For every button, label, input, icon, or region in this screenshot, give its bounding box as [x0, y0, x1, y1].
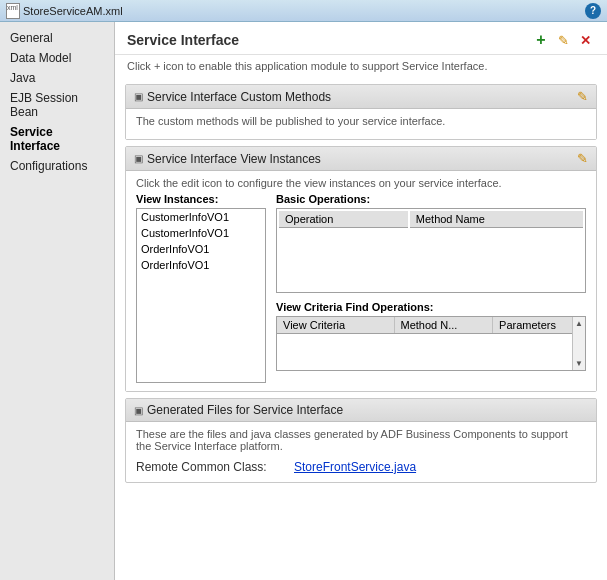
vc-col-view-criteria: View Criteria	[277, 317, 394, 334]
instances-label: View Instances:	[136, 193, 266, 205]
main-layout: General Data Model Java EJB Session Bean…	[0, 22, 607, 580]
title-bar-label: StoreServiceAM.xml	[23, 5, 123, 17]
view-instances-description: Click the edit icon to configure the vie…	[136, 177, 586, 189]
view-instances-header[interactable]: ▣ Service Interface View Instances ✎	[126, 147, 596, 171]
sidebar: General Data Model Java EJB Session Bean…	[0, 22, 115, 580]
sidebar-item-java[interactable]: Java	[0, 68, 114, 88]
custom-methods-content: The custom methods will be published to …	[126, 109, 596, 139]
collapse-icon-gf: ▣	[134, 405, 143, 416]
generated-files-header[interactable]: ▣ Generated Files for Service Interface	[126, 399, 596, 422]
custom-methods-edit-icon[interactable]: ✎	[577, 89, 588, 104]
custom-methods-description: The custom methods will be published to …	[136, 115, 586, 127]
sidebar-item-general[interactable]: General	[0, 28, 114, 48]
generated-files-title: Generated Files for Service Interface	[147, 403, 343, 417]
basic-ops-col-operation: Operation	[279, 211, 408, 228]
remote-class-label: Remote Common Class:	[136, 460, 286, 474]
generated-files-content: These are the files and java classes gen…	[126, 422, 596, 482]
instances-list[interactable]: CustomerInfoVO1 CustomerInfoVO1 OrderInf…	[136, 208, 266, 383]
generated-files-section: ▣ Generated Files for Service Interface …	[125, 398, 597, 483]
content-header: Service Interface + ✎ ✕	[115, 22, 607, 55]
custom-methods-title: Service Interface Custom Methods	[147, 90, 331, 104]
operations-panel: Basic Operations: Operation Method Name	[276, 193, 586, 383]
page-title: Service Interface	[127, 32, 239, 48]
view-criteria-section: View Criteria Find Operations: View Crit…	[276, 301, 586, 371]
edit-button[interactable]: ✎	[553, 30, 573, 50]
add-button[interactable]: +	[531, 30, 551, 50]
collapse-icon: ▣	[134, 91, 143, 102]
sidebar-item-service-interface[interactable]: Service Interface	[0, 122, 114, 156]
instances-panel: View Instances: CustomerInfoVO1 Customer…	[136, 193, 266, 383]
generated-files-description: These are the files and java classes gen…	[136, 428, 586, 452]
list-item[interactable]: OrderInfoVO1	[137, 241, 265, 257]
vertical-scrollbar[interactable]: ▲ ▼	[572, 317, 585, 370]
scroll-down-icon[interactable]: ▼	[573, 357, 585, 370]
view-instances-section: ▣ Service Interface View Instances ✎ Cli…	[125, 146, 597, 392]
content-area: Service Interface + ✎ ✕ Click + icon to …	[115, 22, 607, 580]
header-icons: + ✎ ✕	[531, 30, 595, 50]
view-instances-title: Service Interface View Instances	[147, 152, 321, 166]
vc-col-method-name: Method N...	[394, 317, 493, 334]
file-icon: xml	[6, 3, 20, 19]
basic-ops-label: Basic Operations:	[276, 193, 586, 205]
view-instances-area: View Instances: CustomerInfoVO1 Customer…	[136, 193, 586, 383]
delete-button[interactable]: ✕	[575, 30, 595, 50]
view-instances-edit-icon[interactable]: ✎	[577, 151, 588, 166]
content-description: Click + icon to enable this application …	[115, 55, 607, 80]
title-bar: xml StoreServiceAM.xml ?	[0, 0, 607, 22]
basic-ops-col-method-name: Method Name	[410, 211, 583, 228]
vc-table-wrapper: View Criteria Method N... Parameters ▲ ▼	[276, 316, 586, 371]
custom-methods-section: ▣ Service Interface Custom Methods ✎ The…	[125, 84, 597, 140]
basic-ops-table: Operation Method Name	[276, 208, 586, 293]
remote-class-row: Remote Common Class: StoreFrontService.j…	[136, 460, 586, 474]
list-item[interactable]: CustomerInfoVO1	[137, 209, 265, 225]
sidebar-item-configurations[interactable]: Configurations	[0, 156, 114, 176]
help-icon[interactable]: ?	[585, 3, 601, 19]
sidebar-item-data-model[interactable]: Data Model	[0, 48, 114, 68]
scroll-up-icon[interactable]: ▲	[573, 317, 585, 330]
view-instances-content: Click the edit icon to configure the vie…	[126, 171, 596, 391]
custom-methods-header[interactable]: ▣ Service Interface Custom Methods ✎	[126, 85, 596, 109]
vc-table: View Criteria Method N... Parameters	[277, 317, 585, 334]
list-item[interactable]: CustomerInfoVO1	[137, 225, 265, 241]
remote-class-link[interactable]: StoreFrontService.java	[294, 460, 416, 474]
vc-label: View Criteria Find Operations:	[276, 301, 586, 313]
collapse-icon-vi: ▣	[134, 153, 143, 164]
sidebar-item-ejb-session-bean[interactable]: EJB Session Bean	[0, 88, 114, 122]
list-item[interactable]: OrderInfoVO1	[137, 257, 265, 273]
